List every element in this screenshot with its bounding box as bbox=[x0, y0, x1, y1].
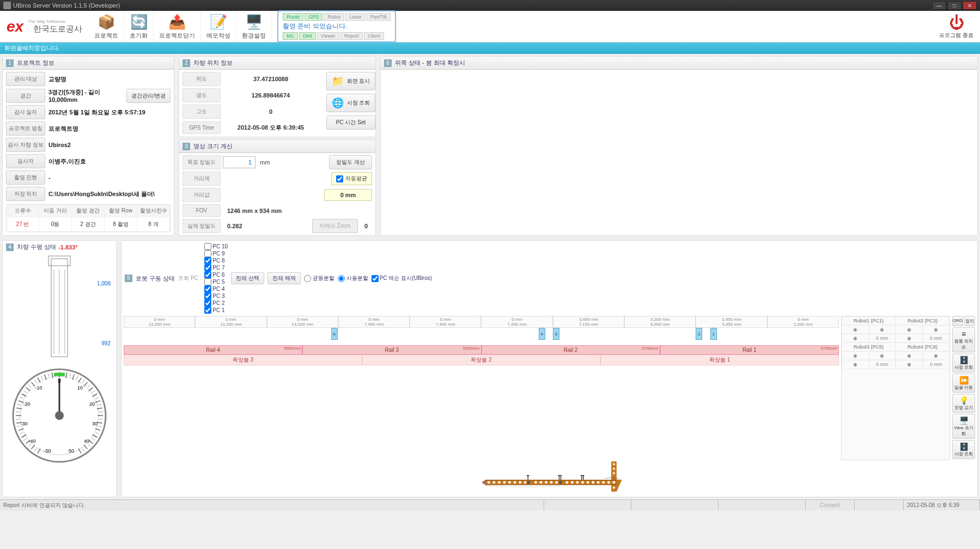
fov-value: 1246 mm x 934 mm bbox=[223, 205, 372, 216]
svg-text:-10: -10 bbox=[35, 385, 42, 391]
select-all-button[interactable]: 전체 선택 bbox=[231, 272, 264, 284]
split-use-radio[interactable]: 사용분할 bbox=[338, 274, 368, 282]
status-tab-robot[interactable]: Robot bbox=[324, 13, 344, 21]
rail-segment: Rail 13700mm bbox=[660, 345, 839, 355]
photo-view-button[interactable]: 🌐 사창 조회 bbox=[326, 94, 375, 112]
project-icon: 📦 bbox=[94, 14, 118, 30]
globe-icon: 🌐 bbox=[332, 97, 344, 109]
svg-point-85 bbox=[613, 486, 615, 489]
pc-checkbox[interactable]: PC 7 bbox=[204, 264, 228, 271]
section-2-header: 2 차량 위치 정보 bbox=[179, 57, 375, 70]
project-button[interactable]: 📦 프로젝트 bbox=[89, 11, 124, 42]
logo-tagline: The Way ToMorrow bbox=[28, 19, 82, 24]
gps-field-label: 경도 bbox=[182, 88, 221, 102]
minimize-button[interactable]: — bbox=[932, 1, 946, 10]
pc-checkbox[interactable]: PC 10 bbox=[204, 243, 228, 250]
stop-button[interactable]: 정지 bbox=[964, 316, 975, 326]
pc-filter-label: 조회 PC : bbox=[178, 274, 201, 282]
project-field-label: 촬영 진행 bbox=[6, 170, 45, 185]
home-button[interactable]: ≡몸통 위치로 bbox=[952, 327, 975, 352]
camera-zoom-button[interactable]: 카메라 Zoom bbox=[312, 219, 358, 233]
close-button[interactable]: ✕ bbox=[963, 1, 977, 10]
bridge-visualization[interactable] bbox=[121, 460, 977, 497]
project-field-label: 프로젝트 명칭 bbox=[6, 121, 45, 136]
svg-point-101 bbox=[550, 481, 553, 484]
svg-text:-50: -50 bbox=[44, 448, 51, 454]
svg-text:-30: -30 bbox=[20, 421, 27, 426]
pc-reverse-checkbox[interactable]: PC 역순 표시(UBiros) bbox=[372, 274, 432, 282]
photo-button[interactable]: 🗄️사창 조회 bbox=[952, 353, 975, 373]
pc-checkbox[interactable]: PC 9 bbox=[204, 250, 228, 257]
pc-checkbox[interactable]: PC 4 bbox=[204, 285, 228, 292]
pc-time-set-button[interactable]: PC 시간 Set bbox=[326, 115, 375, 130]
org-button[interactable]: ORG bbox=[952, 316, 963, 326]
deselect-all-button[interactable]: 전체 해제 bbox=[267, 272, 301, 284]
ext-segment: 확장붐 1 bbox=[600, 355, 839, 365]
pc-checkbox[interactable]: PC 1 bbox=[204, 307, 228, 314]
memo-button[interactable]: 📝 메모작성 bbox=[201, 11, 236, 42]
light-button[interactable]: 💡조명 끄기 bbox=[952, 394, 975, 413]
svg-point-93 bbox=[503, 481, 506, 484]
distance-value-label: 거리값 bbox=[182, 188, 221, 202]
view-reset-button[interactable]: 🖥️View 초기화 bbox=[952, 414, 975, 439]
actual-precision-label: 실제 정밀도 bbox=[182, 219, 221, 233]
logo-icon: ex bbox=[7, 18, 23, 35]
svg-rect-1 bbox=[48, 256, 70, 266]
status-tab-route[interactable]: Route bbox=[283, 13, 303, 21]
svg-point-113 bbox=[527, 481, 530, 484]
status-tab-client[interactable]: Client bbox=[364, 32, 384, 40]
database-icon: 🗄️ bbox=[953, 356, 975, 364]
pc-checkbox[interactable]: PC 3 bbox=[204, 292, 228, 300]
move-button[interactable]: ⏩일괄 이동 bbox=[952, 374, 975, 393]
project-field-label: 검사자 bbox=[6, 154, 45, 168]
pc-checkbox[interactable]: PC 2 bbox=[204, 300, 228, 307]
robot-status-panel: Robot1 (PC1) Robot2 (PC3) ◉◉◉◉ ◉0 mm◉0 m… bbox=[841, 316, 950, 460]
status-tab-dmi[interactable]: DMI bbox=[299, 32, 316, 40]
forward-icon: ⏩ bbox=[953, 376, 975, 385]
status-tab-gps[interactable]: GPS bbox=[305, 13, 322, 21]
svg-rect-122 bbox=[580, 475, 584, 476]
status-panel: RouteGPSRobotLaserPan/Tilt 촬영 준비 되었습니다. … bbox=[277, 10, 396, 42]
pc-checkbox[interactable]: PC 5 bbox=[204, 278, 228, 285]
status-tab-viewer[interactable]: Viewer bbox=[317, 32, 339, 40]
screen-display-button[interactable]: 📁 화면 표시 bbox=[326, 72, 375, 90]
exit-button[interactable]: ⏻ 프로그램 종료 bbox=[939, 14, 973, 39]
status-tab-mc[interactable]: MC bbox=[283, 32, 298, 40]
status-datetime: 2012-05-08 오후 6:39 bbox=[904, 500, 980, 510]
window-title: UBiros Server Version 1.1.5 (Developer) bbox=[13, 2, 120, 9]
distance-value: 0 mm bbox=[324, 189, 372, 201]
project-field-value: 3경간[5개중] - 길이 10,000mm bbox=[48, 88, 123, 103]
pc-checkbox[interactable]: PC 6 bbox=[204, 271, 228, 278]
monitor-icon: 🖥️ bbox=[953, 416, 975, 425]
level-gauge: 0 10 20 30 40 -10 -20 -30 -40 50 -50 bbox=[10, 367, 108, 465]
level-mark-lo: 992 bbox=[101, 340, 111, 346]
sub-status-bar: 화면을배치중입니다. bbox=[0, 42, 980, 54]
span-manage-button[interactable]: 경간관리/변경 bbox=[126, 89, 171, 103]
gps-field-value: 2012-05-08 오후 6:39:45 bbox=[221, 121, 321, 135]
auto-avg-checkbox[interactable]: 자동평균 bbox=[331, 172, 372, 185]
close-project-button[interactable]: 📤 프로젝트닫기 bbox=[154, 11, 201, 42]
status-tab-pan/tilt[interactable]: Pan/Tilt bbox=[367, 13, 391, 21]
target-precision-input[interactable] bbox=[223, 156, 255, 168]
maximize-button[interactable]: □ bbox=[947, 1, 961, 10]
target-precision-label: 목표 정밀도 bbox=[182, 155, 221, 169]
svg-point-110 bbox=[602, 481, 605, 484]
env-button[interactable]: 🖥️ 환경설정 bbox=[236, 11, 272, 42]
project-field-value: Ubiros2 bbox=[48, 142, 171, 148]
project-field-value: 프로젝트명 bbox=[48, 125, 171, 133]
svg-point-100 bbox=[545, 481, 547, 484]
reset-button[interactable]: 🔄 초기화 bbox=[124, 11, 154, 42]
calc-precision-button[interactable]: 정밀도 계산 bbox=[329, 155, 372, 169]
svg-point-99 bbox=[540, 481, 543, 484]
connect-button[interactable]: Connect bbox=[806, 500, 855, 510]
actual-precision-value: 0.282 bbox=[223, 221, 310, 231]
svg-text:0: 0 bbox=[58, 378, 61, 384]
status-tab-laser[interactable]: Laser bbox=[345, 13, 366, 21]
svg-rect-119 bbox=[558, 475, 562, 476]
split-even-radio[interactable]: 균등분할 bbox=[304, 274, 334, 282]
photo2-button[interactable]: 🗄️사창 조회 bbox=[952, 440, 975, 459]
svg-point-94 bbox=[508, 481, 511, 484]
status-tab-report[interactable]: Report bbox=[340, 32, 363, 40]
side-tools: ORG 정지 ≡몸통 위치로 🗄️사창 조회 ⏩일괄 이동 💡조명 끄기 🖥️V… bbox=[952, 316, 975, 460]
pc-checkbox[interactable]: PC 8 bbox=[204, 257, 228, 264]
